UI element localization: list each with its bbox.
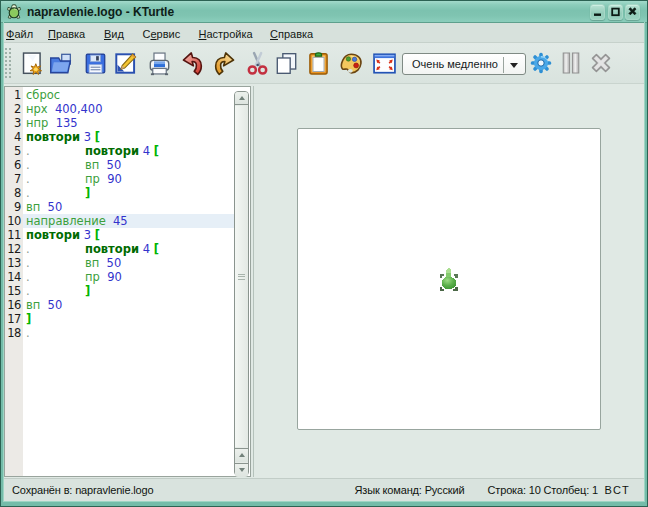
open-button[interactable] (50, 52, 72, 74)
editor-vertical-scrollbar[interactable] (234, 91, 249, 476)
code-text: пр 90 (85, 270, 122, 284)
print-icon (146, 50, 173, 77)
paste-icon (305, 50, 332, 77)
code-line-7[interactable]: .пр 90 (23, 172, 234, 186)
window-turtle-icon[interactable] (7, 4, 21, 19)
minimize-button[interactable] (590, 4, 605, 20)
line-number: 5 (14, 144, 21, 158)
code-line-12[interactable]: .повтори 4 [ (23, 242, 234, 256)
code-line-17[interactable]: ] (23, 312, 234, 326)
code-text: вп 50 (85, 158, 121, 172)
code-area[interactable]: сброснрх 400,400нпр 135повтори 3 [.повто… (23, 87, 234, 476)
code-text: повтори 4 [ (85, 242, 159, 256)
menu-mnemonic: Ф (6, 28, 14, 40)
color-picker-button[interactable] (340, 52, 362, 74)
menu-help[interactable]: Справка (270, 28, 313, 40)
run-button[interactable] (530, 52, 552, 74)
fullscreen-button[interactable] (374, 52, 396, 74)
code-editor[interactable]: 123456789101112131415161718 сброснрх 400… (4, 86, 251, 477)
undo-button[interactable] (181, 52, 203, 74)
code-token-cmd: вп (26, 200, 40, 214)
frame-edge (644, 22, 645, 502)
code-token (48, 102, 55, 116)
menu-mnemonic: С (270, 28, 278, 40)
code-line-5[interactable]: .повтори 4 [ (23, 144, 234, 158)
code-token (99, 256, 106, 270)
code-line-11[interactable]: повтори 3 [ (23, 228, 234, 242)
line-number: 15 (7, 284, 21, 298)
scrollbar-thumb[interactable] (235, 106, 248, 447)
code-token-num: 45 (113, 214, 128, 228)
code-token-num: 50 (107, 158, 122, 172)
code-line-6[interactable]: .вп 50 (23, 158, 234, 172)
menu-settings[interactable]: Настройка (199, 28, 253, 40)
code-line-18[interactable]: . (23, 326, 234, 340)
code-token-cmd: вп (85, 158, 99, 172)
code-token-cmd: нрх (26, 102, 48, 116)
statusbar: Сохранён в: napravlenie.logo Язык команд… (4, 478, 644, 501)
open-examples-button[interactable] (114, 52, 136, 74)
code-line-2[interactable]: нрх 400,400 (23, 102, 234, 116)
code-line-9[interactable]: вп 50 (23, 200, 234, 214)
redo-button[interactable] (213, 52, 235, 74)
menu-view[interactable]: Вид (104, 28, 124, 40)
line-number: 3 (14, 116, 21, 130)
cut-icon (244, 50, 271, 77)
code-line-1[interactable]: сброс (23, 88, 234, 102)
scroll-up-button[interactable] (235, 92, 248, 105)
code-token-num: 90 (107, 270, 122, 284)
turtle-canvas[interactable] (297, 128, 601, 430)
cut-button[interactable] (246, 52, 268, 74)
code-line-14[interactable]: .пр 90 (23, 270, 234, 284)
code-text: повтори 3 [ (26, 228, 100, 242)
toolbar-handle[interactable] (4, 47, 12, 80)
code-text: ] (85, 284, 90, 298)
code-token-num: 135 (56, 116, 78, 130)
print-button[interactable] (149, 52, 171, 74)
code-token-num: 50 (48, 200, 63, 214)
code-line-16[interactable]: вп 50 (23, 298, 234, 312)
tab-marker: . (26, 242, 30, 256)
arrow-down-icon (239, 468, 245, 472)
close-button[interactable] (625, 4, 640, 20)
line-number: 11 (7, 228, 21, 242)
kturtle-window: napravlenie.logo - KTurtle ФайлПравкаВид… (0, 0, 648, 507)
code-token-num: 3 (84, 228, 91, 242)
paste-button[interactable] (308, 52, 330, 74)
code-text: направление 45 (26, 214, 128, 228)
code-line-8[interactable]: .] (23, 186, 234, 200)
menu-tools[interactable]: Сервис (143, 28, 181, 40)
chevron-down-icon[interactable] (510, 63, 518, 68)
tab-marker: . (26, 284, 30, 298)
tab-marker: . (26, 158, 30, 172)
tab-marker: . (26, 326, 30, 340)
code-text: ] (85, 186, 90, 200)
new-file-icon (18, 50, 45, 77)
run-icon (530, 52, 552, 74)
code-line-10[interactable]: направление 45 (23, 214, 234, 228)
speed-select[interactable]: Очень медленно (402, 53, 526, 75)
code-text: вп 50 (26, 298, 62, 312)
save-button[interactable] (85, 52, 107, 74)
code-text: нрх 400,400 (26, 102, 103, 116)
code-token-num: 90 (107, 172, 122, 186)
menu-mnemonic: В (104, 28, 111, 40)
code-line-15[interactable]: .] (23, 284, 234, 298)
tab-marker: . (26, 256, 30, 270)
turtle-icon (439, 267, 459, 292)
line-number: 16 (7, 298, 21, 312)
pause-button[interactable] (560, 52, 582, 74)
menu-edit[interactable]: Правка (48, 28, 85, 40)
copy-button[interactable] (276, 52, 298, 74)
code-line-3[interactable]: нпр 135 (23, 116, 234, 130)
toolbar: Очень медленно (4, 42, 644, 84)
code-line-4[interactable]: повтори 3 [ (23, 130, 234, 144)
scroll-up-button-2[interactable] (235, 448, 248, 462)
maximize-button[interactable] (608, 4, 623, 20)
code-line-13[interactable]: .вп 50 (23, 256, 234, 270)
abort-button[interactable] (590, 52, 612, 74)
line-number: 12 (7, 242, 21, 256)
scroll-down-button[interactable] (235, 463, 248, 477)
menu-file[interactable]: Файл (6, 28, 33, 40)
new-button[interactable] (21, 52, 43, 74)
